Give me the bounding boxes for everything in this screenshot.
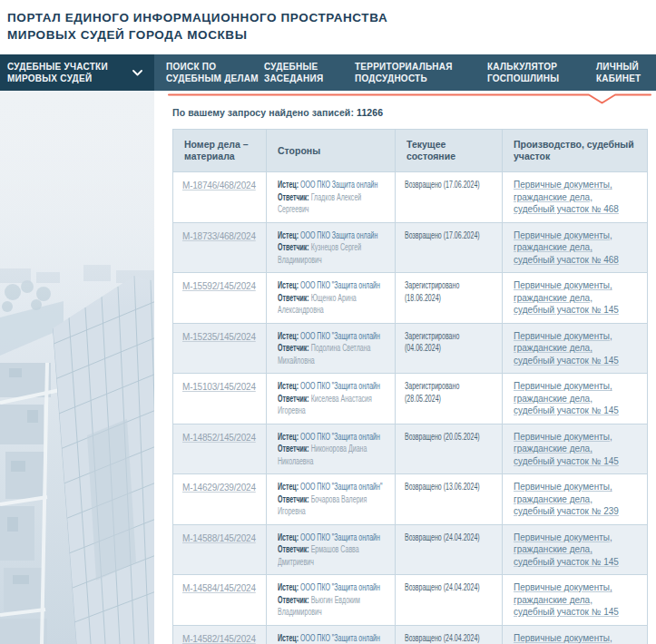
main-nav: СУДЕБНЫЕ УЧАСТКИ МИРОВЫХ СУДЕЙ ПОИСК ПО …: [0, 54, 656, 91]
nav-label: КАБИНЕТ: [596, 73, 641, 84]
case-number-link[interactable]: М-18746/468/2024: [182, 181, 256, 190]
case-number-cell: М-14852/145/2024: [173, 424, 267, 474]
proceedings-link[interactable]: Первичные документы, гражданские дела, с…: [514, 482, 619, 516]
nav-label: ЛИЧНЫЙ: [596, 61, 641, 73]
plaintiff-link[interactable]: ООО ПКО "Защита онлайн: [300, 582, 380, 592]
proceedings-link[interactable]: Первичные документы, гражданские дела, с…: [514, 381, 619, 415]
plaintiff-link[interactable]: ООО ПКО "Защита онлайн: [300, 381, 380, 391]
proceedings-cell: Первичные документы, гражданские дела, с…: [503, 575, 648, 626]
table-row: М-18746/468/2024 Истец: ООО ПКО Защита о…: [173, 172, 648, 223]
case-number-link[interactable]: М-18733/468/2024: [182, 231, 256, 241]
plaintiff-link[interactable]: ООО ПКО Защита онлайн: [300, 230, 377, 240]
nav-item-court-sessions[interactable]: СУДЕБНЫЕ ЗАСЕДАНИЯ: [264, 54, 323, 91]
sidebar: [0, 91, 154, 644]
case-number-cell: М-15103/145/2024: [173, 374, 267, 424]
plaintiff-link[interactable]: ООО ПКО "Защита онлайн: [300, 532, 380, 542]
proceedings-link[interactable]: Первичные документы, гражданские дела, с…: [514, 230, 619, 265]
case-number-link[interactable]: М-14584/145/2024: [182, 583, 256, 593]
defendant-label: Ответчик:: [278, 544, 309, 554]
nav-label: ТЕРРИТОРИАЛЬНАЯ: [355, 61, 453, 73]
city-aerial-photo: [0, 91, 154, 644]
nav-label: СУДЕБНЫЕ: [264, 61, 323, 73]
case-number-link[interactable]: М-14588/145/2024: [182, 533, 256, 543]
status-cell: Зарегистрировано (28.05.2024): [396, 374, 503, 424]
proceedings-cell: Первичные документы, гражданские дела, с…: [503, 524, 648, 575]
status-cell: Возвращено (13.06.2024): [396, 474, 503, 525]
nav-item-case-search[interactable]: ПОИСК ПО СУДЕБНЫМ ДЕЛАМ: [166, 54, 259, 91]
nav-label: ЗАСЕДАНИЯ: [264, 73, 323, 84]
nav-label: СУДЕБНЫЕ УЧАСТКИ: [7, 61, 108, 73]
table-row: М-14852/145/2024 Истец: ООО ПКО "Защита …: [173, 424, 648, 474]
plaintiff-label: Истец:: [278, 331, 299, 341]
case-number-cell: М-18746/468/2024: [173, 172, 267, 223]
plaintiff-link[interactable]: ООО ПКО Защита онлайн: [300, 180, 377, 190]
case-number-link[interactable]: М-14629/239/2024: [182, 483, 256, 493]
nav-label: КАЛЬКУЛЯТОР: [487, 61, 559, 73]
case-number-link[interactable]: М-15592/145/2024: [182, 281, 256, 291]
case-number-link[interactable]: М-14582/145/2024: [182, 634, 256, 644]
plaintiff-link[interactable]: ООО ПКО "Защита онлайн: [300, 432, 380, 442]
plaintiff-label: Истец:: [278, 230, 299, 240]
nav-item-fee-calculator[interactable]: КАЛЬКУЛЯТОР ГОСПОШЛИНЫ: [487, 54, 559, 91]
plaintiff-link[interactable]: ООО ПКО "Защита онлайн: [300, 331, 380, 341]
plaintiff-label: Истец:: [278, 482, 299, 492]
nav-label: СУДЕБНЫМ ДЕЛАМ: [166, 73, 259, 84]
case-number-link[interactable]: М-15103/145/2024: [182, 382, 256, 392]
proceedings-link[interactable]: Первичные документы, гражданские дела, с…: [514, 532, 619, 567]
status-text: Возвращено (24.04.2024): [405, 633, 480, 643]
page: ПОРТАЛ ЕДИНОГО ИНФОРМАЦИОННОГО ПРОСТРАНС…: [0, 0, 656, 644]
proceedings-link[interactable]: Первичные документы, гражданские дела, с…: [514, 180, 619, 214]
case-number-cell: М-14629/239/2024: [173, 474, 267, 525]
table-row: М-18733/468/2024 Истец: ООО ПКО Защита о…: [173, 222, 648, 273]
case-number-link[interactable]: М-15235/145/2024: [182, 332, 256, 342]
plaintiff-label: Истец:: [278, 432, 299, 442]
proceedings-link[interactable]: Первичные документы, гражданские дела, с…: [514, 280, 619, 315]
parties-cell: Истец: ООО ПКО Защита онлайн Ответчик: Г…: [267, 172, 396, 223]
table-header-row: Номер дела – материала Стороны Текущее с…: [173, 130, 648, 172]
plaintiff-label: Истец:: [278, 582, 299, 592]
parties-cell: Истец: ООО ПКО "Защита онлайн Ответчик: …: [267, 374, 396, 424]
chevron-down-icon: [132, 70, 142, 76]
parties-cell: Истец: ООО ПКО "Защита онлайн Ответчик: …: [267, 575, 396, 626]
proceedings-link[interactable]: Первичные документы, гражданские дела, с…: [514, 582, 619, 617]
table-row: М-14629/239/2024 Истец: ООО ПКО "Защита …: [173, 474, 648, 525]
status-cell: Возвращено (24.04.2024): [396, 524, 503, 575]
parties-cell: Истец: ООО ПКО "Защита онлайн Ответчик: …: [267, 625, 396, 644]
table-row: М-14588/145/2024 Истец: ООО ПКО "Защита …: [173, 524, 648, 575]
table-row: М-15103/145/2024 Истец: ООО ПКО "Защита …: [173, 374, 648, 424]
parties-cell: Истец: ООО ПКО "Защита онлайн" Ответчик:…: [267, 474, 396, 525]
defendant-label: Ответчик:: [278, 444, 309, 454]
proceedings-cell: Первичные документы, гражданские дела, с…: [503, 273, 648, 324]
plaintiff-label: Истец:: [278, 381, 299, 391]
case-number-link[interactable]: М-14852/145/2024: [182, 433, 256, 443]
plaintiff-label: Истец:: [278, 532, 299, 542]
nav-label: ПОДСУДНОСТЬ: [355, 73, 453, 84]
plaintiff-label: Истец:: [278, 180, 299, 190]
site-title: ПОРТАЛ ЕДИНОГО ИНФОРМАЦИОННОГО ПРОСТРАНС…: [0, 0, 656, 44]
column-header-status: Текущее состояние: [396, 130, 503, 172]
nav-item-territorial-jurisdiction[interactable]: ТЕРРИТОРИАЛЬНАЯ ПОДСУДНОСТЬ: [355, 54, 453, 91]
proceedings-cell: Первичные документы, гражданские дела, с…: [503, 172, 648, 223]
result-count-label: По вашему запросу найдено записей:: [172, 107, 354, 118]
status-cell: Возвращено (17.06.2024): [396, 222, 503, 273]
nav-item-court-districts[interactable]: СУДЕБНЫЕ УЧАСТКИ МИРОВЫХ СУДЕЙ: [0, 54, 154, 91]
proceedings-cell: Первичные документы, гражданские дела, с…: [503, 374, 648, 424]
case-number-cell: М-18733/468/2024: [173, 222, 267, 273]
case-number-cell: М-15235/145/2024: [173, 323, 267, 374]
plaintiff-link[interactable]: ООО ПКО "Защита онлайн": [300, 482, 382, 492]
column-header-case-number: Номер дела – материала: [173, 130, 267, 172]
proceedings-link[interactable]: Первичные документы, гражданские дела, с…: [514, 432, 619, 466]
nav-item-personal-account[interactable]: ЛИЧНЫЙ КАБИНЕТ: [596, 54, 641, 91]
status-text: Возвращено (24.04.2024): [405, 582, 480, 592]
table-row: М-14584/145/2024 Истец: ООО ПКО "Защита …: [173, 575, 648, 626]
results-table-body: М-18746/468/2024 Истец: ООО ПКО Защита о…: [173, 172, 648, 644]
defendant-label: Ответчик:: [278, 192, 309, 202]
plaintiff-link[interactable]: ООО ПКО "Защита онлайн: [300, 633, 380, 643]
site-title-line1: ПОРТАЛ ЕДИНОГО ИНФОРМАЦИОННОГО ПРОСТРАНС…: [7, 11, 387, 24]
status-cell: Возвращено (24.04.2024): [396, 575, 503, 626]
proceedings-link[interactable]: Первичные документы, гражданские дела, с…: [514, 331, 619, 366]
case-number-cell: М-14588/145/2024: [173, 524, 267, 575]
proceedings-link[interactable]: Первичные документы, гражданские дела, с…: [514, 633, 619, 644]
plaintiff-link[interactable]: ООО ПКО "Защита онлайн: [300, 280, 380, 290]
status-text: Возвращено (17.06.2024): [405, 180, 480, 190]
